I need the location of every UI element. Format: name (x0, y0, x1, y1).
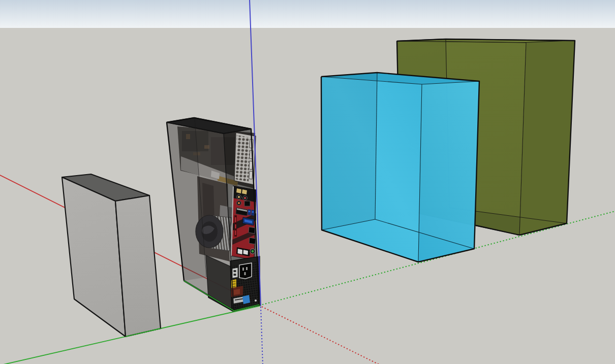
scene-canvas (0, 0, 615, 364)
psu-blue-tag (242, 295, 250, 304)
cyan-box[interactable] (321, 73, 479, 262)
modeling-viewport (0, 0, 615, 364)
gpu-bracket-vent (235, 135, 250, 182)
psu-rear (230, 256, 260, 310)
cyan-box-left-tint (321, 73, 377, 230)
psu-power-socket (239, 263, 252, 279)
psu-screw (255, 300, 257, 302)
psu-warning-inner (234, 289, 240, 295)
hdmi-port-1 (249, 227, 255, 234)
optical-port (244, 201, 250, 206)
sky (0, 0, 615, 28)
ps2-port (250, 249, 255, 254)
psu-rocker-switch (232, 268, 238, 278)
olive-box-right-face[interactable] (519, 41, 575, 235)
motherboard-io-panel (231, 186, 256, 260)
hdmi-port-2 (249, 238, 256, 244)
rog-text-block (234, 215, 237, 237)
